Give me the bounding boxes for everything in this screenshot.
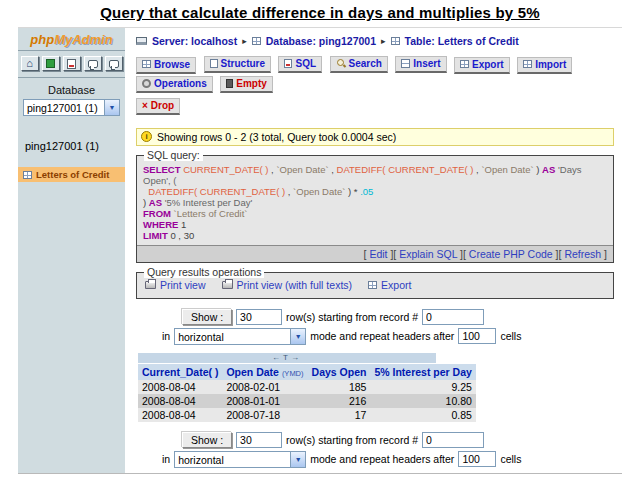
results-table-block: ←T→ Current_Date( ) Open Date (YMD) Days… [138,353,436,422]
results-header-row: Current_Date( ) Open Date (YMD) Days Ope… [138,364,476,380]
start-record-input[interactable] [422,309,484,325]
pma-docs-icon [88,60,98,68]
logout-icon [46,59,55,68]
tab-insert[interactable]: Insert [395,56,446,73]
query-results-operations-legend: Query results operations [144,266,264,278]
repeat-headers-text: mode and repeat headers after [310,330,454,342]
home-icon: ⌂ [26,59,33,68]
page-title: Query that calculate difference in days … [0,0,640,21]
sql-window-button[interactable] [63,56,81,71]
tab-export[interactable]: Export [454,57,510,74]
show-button[interactable]: Show : [182,432,232,448]
mysql-docs-button[interactable] [105,56,123,71]
column-header-days-open[interactable]: Days Open [308,364,371,380]
show-button[interactable]: Show : [182,309,232,325]
tab-bar: Browse Structure SQL Search Insert Expor… [136,54,616,115]
dropdown-arrow-icon: ▼ [290,452,305,467]
breadcrumb: Server: localhost ▸ Database: ping127001… [136,35,616,47]
drop-icon: × [142,101,148,110]
mode-select[interactable]: horizontal▼ [174,328,306,345]
dropdown-arrow-icon: ▼ [290,329,305,344]
in-label: in [162,453,170,465]
create-php-code-link[interactable]: Create PHP Code [469,248,553,260]
navigation-tree: ping127001 (1) Letters of Credit [18,138,125,182]
rows-count-input[interactable] [236,432,282,448]
query-status-notice: i Showing rows 0 - 2 (3 total, Query too… [136,128,614,146]
start-record-input[interactable] [422,432,484,448]
cells-label: cells [500,453,521,465]
table-row: 2008-08-04 2008-02-01 185 9.25 [138,380,476,394]
tree-table-label: Letters of Credit [36,169,109,180]
rows-text: row(s) starting from record # [286,434,418,446]
explain-sql-link[interactable]: Explain SQL [399,248,457,260]
info-icon: i [141,131,152,142]
logout-button[interactable] [42,56,60,71]
repeat-headers-input[interactable] [458,451,496,467]
breadcrumb-database-link[interactable]: Database: ping127001 [266,35,376,47]
export-icon [460,60,469,68]
database-icon [252,37,261,45]
pma-docs-button[interactable] [84,56,102,71]
insert-icon [401,59,410,68]
main-panel: Server: localhost ▸ Database: ping127001… [131,28,622,473]
database-select-value: ping127001 (1) [24,100,104,115]
import-icon [523,60,532,68]
sql-footer-links: [ Edit ][ Explain SQL ][ Create PHP Code… [137,245,613,262]
export-link[interactable]: Export [368,279,411,291]
breadcrumb-server-link[interactable]: Server: localhost [152,35,237,47]
column-header-current-date[interactable]: Current_Date( ) [138,364,222,380]
in-label: in [162,330,170,342]
column-header-open-date[interactable]: Open Date (YMD) [222,364,307,380]
repeat-headers-text: mode and repeat headers after [310,453,454,465]
refresh-link[interactable]: Refresh [564,248,601,260]
tab-search[interactable]: Search [330,56,388,73]
operations-icon [142,79,151,88]
pagination-controls-top: Show : row(s) starting from record # in … [136,309,616,345]
rows-text: row(s) starting from record # [286,311,418,323]
tree-database-link[interactable]: ping127001 (1) [18,138,125,154]
slide: Query that calculate difference in days … [0,0,640,480]
sql-code: SELECT CURRENT_DATE( ) , `Open Date` , D… [137,156,613,245]
printer-icon [222,281,233,289]
phpmyadmin-logo[interactable]: phpMyAdmin [18,28,125,51]
cells-label: cells [500,330,521,342]
tab-operations[interactable]: Operations [136,76,213,93]
sql-query-legend: SQL query: [144,149,203,161]
table-icon [23,171,32,179]
rows-count-input[interactable] [236,309,282,325]
database-select[interactable]: ping127001 (1) ▼ [23,99,120,116]
structure-icon [210,59,218,68]
mode-select[interactable]: horizontal▼ [174,451,306,468]
tab-drop[interactable]: ×Drop [136,98,180,115]
query-results-operations-box: Query results operations Print view Prin… [136,272,614,299]
repeat-headers-input[interactable] [458,328,496,344]
tree-table-letters-of-credit[interactable]: Letters of Credit [18,167,125,182]
sidebar: phpMyAdmin ⌂ Database ping127001 (1) ▼ p… [18,28,128,473]
tab-browse[interactable]: Browse [136,57,196,74]
phpmyadmin-window: phpMyAdmin ⌂ Database ping127001 (1) ▼ p… [18,27,622,474]
tab-import[interactable]: Import [517,57,572,74]
mysql-docs-icon [109,60,119,68]
column-header-interest[interactable]: 5% Interest per Day [370,364,475,380]
search-icon [336,58,346,68]
print-view-link[interactable]: Print view [145,279,206,291]
printer-icon [145,281,156,289]
tab-empty[interactable]: Empty [220,76,273,93]
print-view-full-texts-link[interactable]: Print view (with full texts) [222,279,353,291]
database-label: Database [18,78,125,96]
tab-structure[interactable]: Structure [204,56,271,73]
table-transpose-bar[interactable]: ←T→ [138,353,436,363]
tab-bar-row2: ×Drop [136,95,616,115]
breadcrumb-separator: ▸ [381,36,386,46]
sql-icon [284,59,292,68]
sidebar-icon-toolbar: ⌂ [18,51,125,78]
edit-link[interactable]: Edit [369,248,387,260]
status-text: Showing rows 0 - 2 (3 total, Query took … [157,131,396,143]
table-icon [391,37,400,45]
breadcrumb-table-link[interactable]: Table: Letters of Credit [405,35,519,47]
home-button[interactable]: ⌂ [21,56,39,71]
table-row: 2008-08-04 2008-07-18 17 0.85 [138,408,476,422]
sql-query-box: SQL query: SELECT CURRENT_DATE( ) , `Ope… [136,155,614,263]
tab-sql[interactable]: SQL [278,56,322,73]
server-icon [136,37,147,45]
